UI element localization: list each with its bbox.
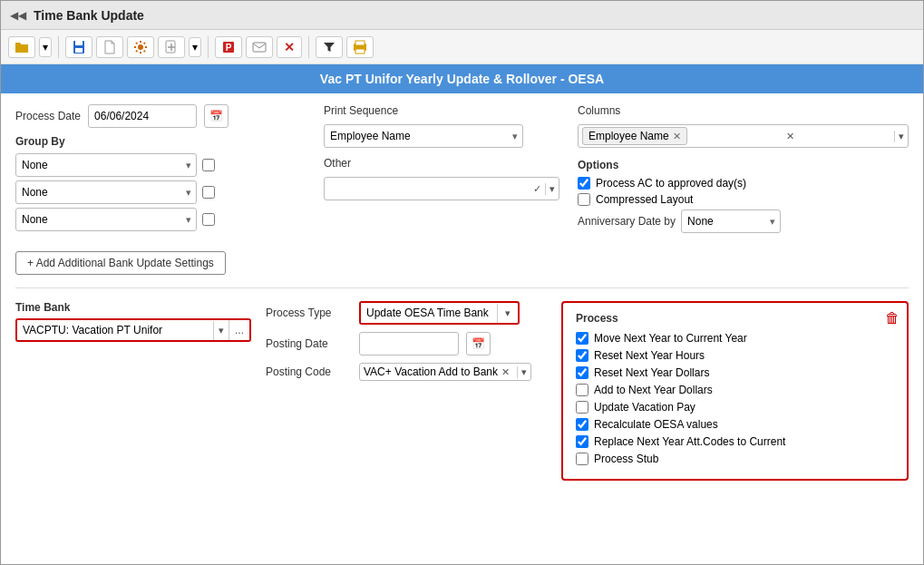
svg-text:P: P [226, 43, 232, 53]
svg-rect-10 [355, 49, 365, 54]
other-row: Other [324, 157, 559, 170]
other-dropdown-icon[interactable]: ▾ [545, 183, 555, 195]
process-item-row: Update Vacation Pay [576, 401, 894, 414]
option-row-2: Compressed Layout [578, 193, 909, 206]
folder-dropdown-button[interactable]: ▾ [39, 37, 52, 57]
settings-button[interactable] [127, 36, 154, 58]
time-bank-input[interactable] [17, 320, 213, 340]
options-section: Options Process AC to approved day(s) Co… [578, 159, 909, 233]
option-row-1: Process AC to approved day(s) [578, 177, 909, 190]
window-title: Time Bank Update [34, 8, 144, 23]
calendar-button[interactable]: 📅 [204, 104, 229, 128]
time-bank-dropdown-icon[interactable]: ▾ [213, 321, 229, 340]
svg-rect-1 [75, 41, 83, 45]
doc-button[interactable] [96, 36, 123, 58]
columns-clear-icon[interactable]: ✕ [786, 131, 794, 142]
process-box: Process 🗑 Move Next Year to Current Year… [561, 301, 909, 481]
print-button[interactable] [346, 36, 374, 58]
process-checkbox-8[interactable] [576, 453, 588, 465]
print-seq-label: Print Sequence [324, 104, 405, 117]
columns-input-wrapper: Employee Name ✕ ✕ ▾ [578, 124, 909, 148]
posting-calendar-button[interactable]: 📅 [466, 332, 491, 356]
time-bank-input-wrapper: ▾ ... [15, 318, 251, 342]
process-checkbox-3[interactable] [576, 366, 588, 379]
process-label-3: Reset Next Year Dollars [594, 366, 709, 379]
export-button[interactable]: P [215, 36, 242, 58]
option-label-2: Compressed Layout [596, 193, 693, 206]
group-by-checkbox-2[interactable] [202, 186, 215, 199]
posting-date-row: Posting Date 📅 [266, 332, 547, 356]
columns-row: Columns [578, 104, 909, 117]
folder-button[interactable] [8, 36, 35, 58]
left-col: Process Date 📅 Group By None [15, 104, 306, 239]
process-item-row: Reset Next Year Hours [576, 349, 894, 362]
process-type-select[interactable]: Update OESA Time Bank [361, 303, 497, 323]
process-label-8: Process Stub [594, 453, 658, 465]
email-button[interactable] [246, 36, 273, 58]
option-checkbox-2[interactable] [578, 193, 590, 206]
process-delete-button[interactable]: 🗑 [885, 310, 900, 326]
save-button[interactable] [65, 36, 92, 58]
columns-dropdown-icon[interactable]: ▾ [894, 131, 904, 142]
process-checkbox-4[interactable] [576, 384, 588, 396]
posting-code-wrapper: VAC+ Vacation Add to Bank ✕ ▾ [359, 363, 531, 381]
new-dropdown-button[interactable]: ▾ [189, 37, 201, 57]
other-input[interactable] [328, 182, 530, 195]
options-label: Options [578, 159, 909, 171]
banner-text: Vac PT Unifor Yearly Update & Rollover -… [320, 72, 604, 86]
process-item-row: Reset Next Year Dollars [576, 366, 894, 379]
process-checkbox-2[interactable] [576, 349, 588, 362]
process-label-2: Reset Next Year Hours [594, 349, 705, 362]
columns-tag-remove[interactable]: ✕ [673, 131, 681, 142]
main-window: ◀◀ Time Bank Update ▾ ▾ P ✕ [0, 0, 924, 565]
process-type-arrow-icon[interactable]: ▾ [497, 304, 518, 323]
posting-date-input[interactable] [359, 332, 459, 356]
back-icon[interactable]: ◀◀ [10, 9, 26, 22]
process-type-section: Process Type Update OESA Time Bank ▾ Pos… [266, 301, 547, 481]
process-checkbox-7[interactable] [576, 435, 588, 448]
sep3 [308, 36, 309, 58]
process-checkbox-1[interactable] [576, 332, 588, 345]
other-label: Other [324, 157, 405, 170]
process-title: Process [576, 312, 894, 325]
time-bank-more-button[interactable]: ... [229, 320, 249, 340]
svg-rect-9 [355, 41, 365, 45]
anniversary-date-select[interactable]: None [681, 209, 781, 233]
group-by-checkbox-1[interactable] [202, 159, 215, 171]
process-item-row: Move Next Year to Current Year [576, 332, 894, 345]
title-bar: ◀◀ Time Bank Update [1, 1, 923, 30]
divider [15, 287, 909, 288]
new-button[interactable] [158, 36, 185, 58]
process-type-label: Process Type [266, 307, 352, 319]
process-date-group: Process Date 📅 [15, 104, 306, 128]
bottom-section: Time Bank ▾ ... Process Type Update OESA… [15, 301, 909, 481]
group-by-checkbox-3[interactable] [202, 213, 215, 226]
group-by-label: Group By [15, 135, 306, 148]
posting-date-label: Posting Date [266, 337, 352, 350]
option-checkbox-1[interactable] [578, 177, 590, 190]
other-check-icon[interactable]: ✓ [533, 183, 541, 195]
sep2 [208, 36, 209, 58]
posting-code-clear-icon[interactable]: ✕ [501, 366, 510, 378]
time-bank-label: Time Bank [15, 301, 251, 314]
group-by-row-3: None [15, 208, 306, 231]
process-checkbox-6[interactable] [576, 418, 588, 431]
svg-rect-2 [75, 48, 83, 53]
group-by-select-wrapper-2: None [15, 180, 197, 204]
process-checkbox-5[interactable] [576, 401, 588, 414]
filter-button[interactable] [316, 36, 343, 58]
process-type-row: Process Type Update OESA Time Bank ▾ [266, 301, 547, 325]
process-date-input[interactable] [88, 104, 197, 128]
group-by-select-3[interactable]: None [15, 208, 197, 231]
columns-tag: Employee Name ✕ [582, 127, 687, 145]
group-by-select-1[interactable]: None [15, 153, 197, 177]
right-col: Columns Employee Name ✕ ✕ ▾ Options Proc… [578, 104, 909, 239]
print-seq-select[interactable]: Employee Name [324, 124, 523, 148]
columns-tag-text: Employee Name [588, 130, 669, 142]
top-form: Process Date 📅 Group By None [15, 104, 909, 239]
print-seq-select-wrapper: Employee Name [324, 124, 523, 148]
posting-code-dropdown-icon[interactable]: ▾ [517, 366, 527, 378]
delete-button[interactable]: ✕ [277, 36, 302, 58]
add-bank-update-button[interactable]: + Add Additional Bank Update Settings [15, 251, 226, 275]
group-by-select-2[interactable]: None [15, 180, 197, 204]
